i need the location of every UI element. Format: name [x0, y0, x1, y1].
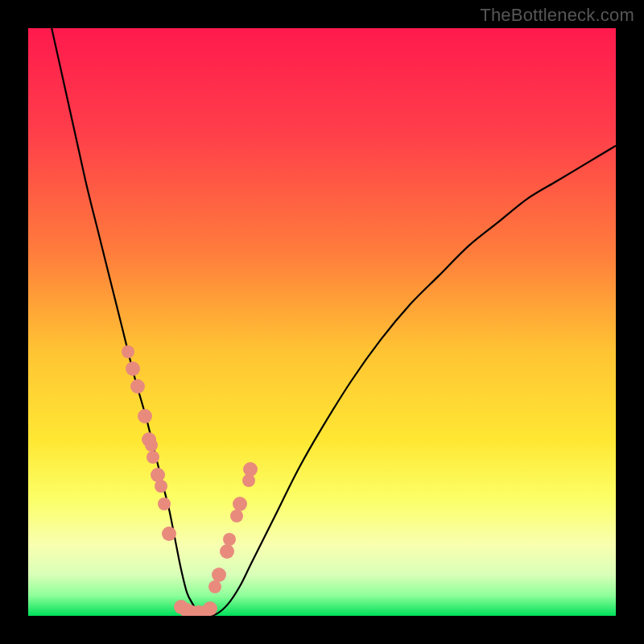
data-marker	[162, 526, 176, 541]
data-marker	[122, 345, 134, 358]
data-marker	[208, 580, 221, 593]
data-marker	[145, 439, 158, 452]
data-marker	[147, 451, 159, 464]
data-marker	[233, 497, 247, 511]
data-marker	[223, 533, 236, 546]
plot-area	[28, 28, 616, 616]
data-marker	[242, 474, 255, 487]
outer-frame: TheBottleneck.com	[0, 0, 644, 644]
data-marker	[130, 379, 145, 394]
data-marker	[220, 544, 234, 559]
data-marker	[126, 361, 140, 376]
bottleneck-curve	[52, 28, 616, 616]
data-marker	[158, 497, 171, 510]
data-marker	[138, 409, 152, 423]
curve-layer	[28, 28, 616, 616]
data-marker	[230, 510, 243, 522]
data-marker	[203, 601, 217, 616]
data-marker	[243, 462, 258, 477]
data-marker	[155, 480, 167, 493]
data-marker	[212, 568, 226, 582]
watermark-text: TheBottleneck.com	[480, 5, 634, 26]
